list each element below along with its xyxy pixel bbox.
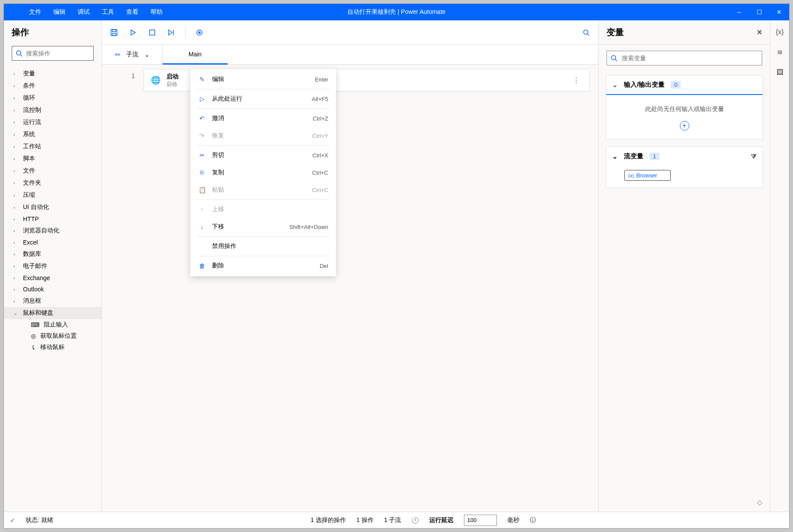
variable-browser[interactable]: (x) Browser bbox=[624, 170, 671, 181]
tree-cat[interactable]: ›流控制 bbox=[4, 104, 101, 116]
delete-icon: 🗑 bbox=[198, 262, 206, 269]
toolbar bbox=[102, 20, 598, 45]
undo-icon: ↶ bbox=[198, 115, 206, 122]
eraser-icon[interactable]: ◇ bbox=[749, 493, 770, 512]
ctx-粘贴: 📋粘贴Ctrl+C bbox=[190, 181, 336, 199]
action-more-button[interactable]: ⋮ bbox=[570, 74, 582, 87]
variables-icon[interactable]: {x} bbox=[776, 28, 784, 36]
toolbar-search-button[interactable] bbox=[581, 27, 591, 38]
search-icon bbox=[610, 55, 618, 62]
menu-edit[interactable]: 编辑 bbox=[53, 8, 65, 16]
ctx-剪切[interactable]: ✂剪切Ctrl+X bbox=[190, 147, 336, 164]
tree-cat[interactable]: ›HTTP bbox=[4, 213, 101, 225]
tree-cat[interactable]: ›Exchange bbox=[4, 272, 101, 284]
maximize-button[interactable]: ☐ bbox=[749, 4, 769, 20]
tree-cat[interactable]: ›条件 bbox=[4, 80, 101, 92]
layers-icon[interactable]: ≋ bbox=[777, 48, 783, 56]
svg-line-12 bbox=[587, 34, 589, 36]
ctx-编辑[interactable]: ✎编辑Enter bbox=[190, 71, 336, 88]
ctx-禁用操作[interactable]: 禁用操作 bbox=[190, 238, 336, 255]
svg-point-13 bbox=[611, 55, 616, 60]
tree-sub-move-mouse[interactable]: ⤹移动鼠标 bbox=[4, 342, 101, 353]
svg-line-14 bbox=[615, 59, 617, 61]
flow-variables-section: ⌄ 流变量 1 ⧩ (x) Browser bbox=[606, 147, 763, 188]
cursor-icon: ⤹ bbox=[31, 344, 36, 351]
ctx-撤消[interactable]: ↶撤消Ctrl+Z bbox=[190, 110, 336, 127]
tree-cat[interactable]: ›UI 自动化 bbox=[4, 201, 101, 213]
delay-label: 运行延迟 bbox=[429, 516, 454, 524]
subflow-dropdown[interactable]: ⚯ 子流 ⌄ bbox=[102, 45, 163, 64]
flow-icon: ⚯ bbox=[115, 51, 120, 58]
ctx-下移[interactable]: ↓下移Shift+Alt+Down bbox=[190, 218, 336, 235]
stop-button[interactable] bbox=[147, 27, 157, 38]
tree-cat[interactable]: ›压缩 bbox=[4, 189, 101, 201]
ctx-复制[interactable]: ⎘复制Ctrl+C bbox=[190, 164, 336, 181]
actions-search[interactable] bbox=[12, 46, 94, 61]
tree-cat[interactable]: ›系统 bbox=[4, 128, 101, 140]
tree-cat[interactable]: ›消息框 bbox=[4, 295, 101, 307]
tree-cat[interactable]: ›工作站 bbox=[4, 140, 101, 153]
tree-cat[interactable]: ›文件夹 bbox=[4, 177, 101, 189]
tree-cat[interactable]: ›浏览器自动化 bbox=[4, 225, 101, 237]
add-variable-button[interactable]: + bbox=[680, 121, 689, 131]
close-panel-button[interactable]: ✕ bbox=[757, 28, 762, 36]
io-variables-header[interactable]: ⌄ 输入/输出变量 0 bbox=[606, 75, 763, 95]
flow-variables-header[interactable]: ⌄ 流变量 1 ⧩ bbox=[606, 147, 763, 166]
keyboard-icon: ⌨ bbox=[31, 321, 39, 328]
svg-rect-2 bbox=[111, 29, 117, 36]
menu-help[interactable]: 帮助 bbox=[150, 8, 163, 16]
ctx-上移: ↑上移 bbox=[190, 201, 336, 218]
actions-search-input[interactable] bbox=[26, 50, 102, 57]
clock-icon: 🕐 bbox=[411, 517, 419, 524]
run-button[interactable] bbox=[128, 27, 138, 38]
svg-marker-7 bbox=[169, 30, 172, 35]
svg-point-0 bbox=[16, 51, 21, 55]
tree-cat[interactable]: ›文件 bbox=[4, 165, 101, 177]
minimize-button[interactable]: ─ bbox=[729, 4, 749, 20]
tree-cat[interactable]: ›电子邮件 bbox=[4, 260, 101, 272]
search-icon bbox=[16, 50, 23, 57]
ctx-从此处运行[interactable]: ▷从此处运行Alt+F5 bbox=[190, 90, 336, 108]
tree-sub-block-input[interactable]: ⌨阻止输入 bbox=[4, 319, 101, 330]
tree-cat[interactable]: ›循环 bbox=[4, 92, 101, 104]
menu-tools[interactable]: 工具 bbox=[102, 8, 114, 16]
tree-cat[interactable]: ›脚本 bbox=[4, 153, 101, 165]
tree-cat[interactable]: ›数据库 bbox=[4, 248, 101, 260]
svg-line-1 bbox=[20, 55, 22, 56]
images-icon[interactable]: 🖼 bbox=[777, 69, 783, 76]
flow-count-badge: 1 bbox=[649, 153, 659, 160]
actions-tree[interactable]: ›变量 ›条件 ›循环 ›流控制 ›运行流 ›系统 ›工作站 ›脚本 ›文件 ›… bbox=[4, 65, 101, 512]
tree-cat[interactable]: ›Outlook bbox=[4, 284, 101, 295]
paste-icon: 📋 bbox=[198, 186, 206, 193]
menu-file[interactable]: 文件 bbox=[29, 8, 41, 16]
info-icon[interactable]: ⓘ bbox=[530, 516, 536, 524]
chevron-down-icon: ⌄ bbox=[612, 153, 618, 160]
tab-main[interactable]: Main bbox=[163, 45, 228, 65]
line-number: 1 bbox=[102, 65, 144, 512]
tree-sub-get-mouse-pos[interactable]: ◎获取鼠标位置 bbox=[4, 330, 101, 342]
step-button[interactable] bbox=[166, 27, 176, 38]
tree-cat-mouse-keyboard[interactable]: ⌄鼠标和键盘 bbox=[4, 307, 101, 319]
record-button[interactable] bbox=[194, 27, 205, 38]
action-title: 启动 bbox=[166, 73, 179, 81]
action-subtitle: 启动 bbox=[166, 81, 179, 88]
subflows-count: 1 子流 bbox=[384, 516, 401, 524]
tree-cat[interactable]: ›运行流 bbox=[4, 116, 101, 128]
delay-input[interactable] bbox=[464, 515, 497, 526]
statusbar: ✓ 状态: 就绪 1 选择的操作 1 操作 1 子流 🕐 运行延迟 毫秒 ⓘ bbox=[4, 512, 789, 528]
variables-search[interactable] bbox=[607, 51, 762, 65]
ctx-删除[interactable]: 🗑删除Del bbox=[190, 257, 336, 274]
menu-debug[interactable]: 调试 bbox=[78, 8, 90, 16]
variables-search-input[interactable] bbox=[622, 55, 758, 62]
variables-panel-title: 变量 bbox=[607, 26, 624, 38]
menu-view[interactable]: 查看 bbox=[126, 8, 138, 16]
close-button[interactable]: ✕ bbox=[769, 4, 789, 20]
io-count-badge: 0 bbox=[671, 81, 681, 88]
tree-cat[interactable]: ›变量 bbox=[4, 68, 101, 80]
save-button[interactable] bbox=[109, 27, 119, 38]
tree-cat[interactable]: ›Excel bbox=[4, 237, 101, 248]
variable-prefix-icon: (x) bbox=[628, 173, 634, 178]
svg-rect-3 bbox=[112, 29, 116, 32]
filter-icon[interactable]: ⧩ bbox=[751, 153, 757, 160]
context-menu: ✎编辑Enter▷从此处运行Alt+F5↶撤消Ctrl+Z↷恢复Ctrl+Y✂剪… bbox=[190, 69, 336, 276]
